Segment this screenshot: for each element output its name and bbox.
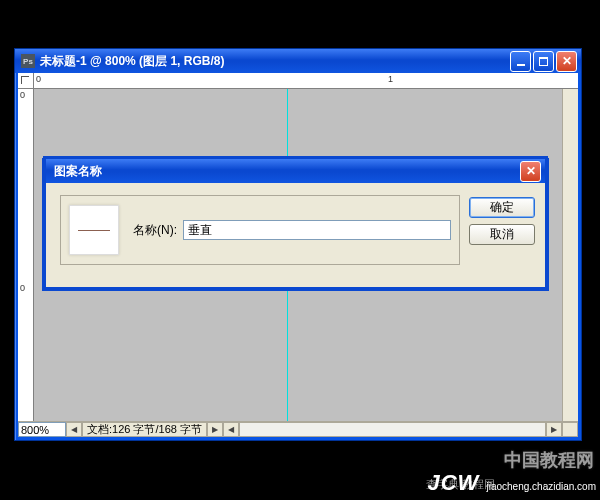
dialog-content: 名称(N):: [60, 195, 460, 265]
ruler-horizontal[interactable]: 0 1: [34, 73, 578, 89]
scrollbar-vertical[interactable]: [562, 89, 578, 421]
ruler-mark: 0: [20, 283, 25, 293]
ruler-mark: 0: [20, 90, 25, 100]
scroll-left2-button[interactable]: ◀: [223, 422, 239, 437]
pattern-name-dialog: 图案名称 ✕ 名称(N): 确定 取消: [43, 159, 548, 290]
zoom-input[interactable]: 800%: [18, 422, 66, 437]
minimize-button[interactable]: [510, 51, 531, 72]
scrollbar-horizontal[interactable]: [239, 422, 546, 437]
ruler-mark: 1: [388, 74, 393, 84]
scroll-right-button[interactable]: ▶: [546, 422, 562, 437]
close-button[interactable]: ✕: [556, 51, 577, 72]
ok-button[interactable]: 确定: [469, 197, 535, 218]
ruler-mark: 0: [36, 74, 41, 84]
name-label: 名称(N):: [133, 222, 177, 239]
resize-grip[interactable]: [562, 422, 578, 437]
scroll-left-button[interactable]: ◀: [66, 422, 82, 437]
titlebar: Ps 未标题-1 @ 800% (图层 1, RGB/8) ✕: [15, 49, 581, 73]
dialog-title: 图案名称: [54, 163, 520, 180]
pattern-preview: [69, 205, 119, 255]
doc-info: 文档:126 字节/168 字节: [82, 422, 207, 437]
window-title: 未标题-1 @ 800% (图层 1, RGB/8): [40, 53, 510, 70]
watermark-text: 中国教程网: [504, 448, 594, 472]
app-icon: Ps: [21, 54, 35, 68]
info-menu-button[interactable]: ▶: [207, 422, 223, 437]
cancel-button[interactable]: 取消: [469, 224, 535, 245]
status-bar: 800% ◀ 文档:126 字节/168 字节 ▶ ◀ ▶: [18, 421, 578, 437]
dialog-close-button[interactable]: ✕: [520, 161, 541, 182]
ruler-vertical[interactable]: 0 0: [18, 89, 34, 421]
dialog-titlebar: 图案名称 ✕: [43, 156, 548, 183]
maximize-button[interactable]: [533, 51, 554, 72]
name-input[interactable]: [183, 220, 451, 240]
ruler-origin[interactable]: [18, 73, 34, 89]
watermark-brand: JCW jiaocheng.chazidian.com: [427, 470, 596, 496]
